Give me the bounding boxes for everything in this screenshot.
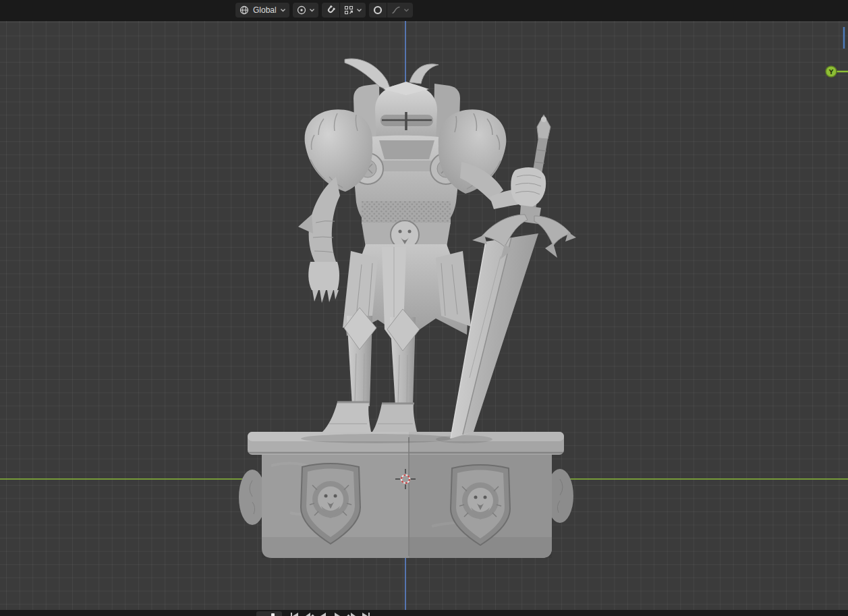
snapping-group (322, 3, 366, 18)
scene-svg[interactable]: Y (0, 20, 848, 610)
navigation-gizmo[interactable]: Y (826, 27, 848, 77)
proportional-group (369, 3, 413, 18)
playback-popover-button[interactable] (256, 611, 282, 616)
globe-icon (239, 5, 250, 16)
proportional-editing-toggle[interactable] (369, 3, 387, 18)
snap-settings-dropdown[interactable] (340, 3, 366, 18)
viewport-header: Global (0, 0, 848, 21)
proportional-falloff-dropdown[interactable] (387, 3, 413, 18)
jump-to-end-button[interactable] (362, 613, 370, 616)
play-reverse-button[interactable] (320, 613, 326, 616)
proportional-circle-icon (372, 5, 383, 16)
playback-controls (290, 611, 375, 616)
snap-increment-icon (343, 5, 354, 16)
transform-orientation-dropdown[interactable]: Global (235, 3, 289, 18)
timeline-strip (0, 610, 848, 616)
3d-viewport[interactable]: Y (0, 20, 848, 610)
jump-to-start-button[interactable] (291, 613, 298, 616)
magnet-icon (325, 5, 336, 16)
play-button[interactable] (335, 613, 340, 616)
jump-to-next-keyframe-button[interactable] (347, 613, 356, 616)
jump-to-prev-keyframe-button[interactable] (306, 613, 314, 616)
right-horn (409, 64, 439, 84)
chevron-down-icon (280, 5, 286, 16)
gizmo-y-label: Y (828, 69, 834, 76)
pedestal-base[interactable] (239, 432, 573, 558)
falloff-curve-icon (391, 5, 401, 16)
pivot-median-icon (296, 5, 307, 16)
pivot-point-dropdown[interactable] (293, 3, 318, 18)
chevron-down-icon (309, 5, 315, 16)
blender-window: Y Global (0, 0, 848, 616)
header-toolbar: Global (235, 3, 413, 18)
chevron-down-icon (403, 5, 409, 16)
snap-toggle-button[interactable] (322, 3, 339, 18)
popover-icon (271, 613, 275, 616)
orientation-label: Global (252, 3, 278, 18)
chevron-down-icon (356, 5, 362, 16)
